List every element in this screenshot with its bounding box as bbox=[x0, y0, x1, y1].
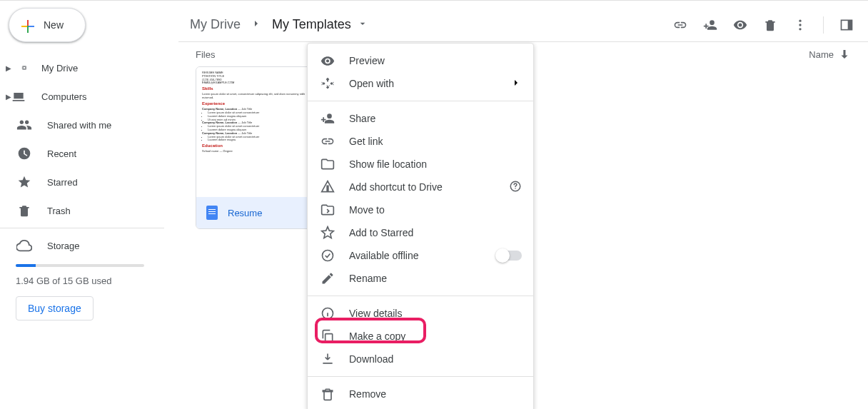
eye-icon bbox=[319, 52, 336, 69]
menu-add-shortcut[interactable]: Add shortcut to Drive bbox=[308, 176, 533, 198]
new-label: New bbox=[44, 19, 64, 31]
breadcrumb-root[interactable]: My Drive bbox=[190, 17, 241, 32]
menu-preview[interactable]: Preview bbox=[308, 49, 533, 72]
get-link-icon[interactable] bbox=[673, 18, 687, 32]
sidebar-item-shared[interactable]: Shared with me bbox=[0, 111, 178, 139]
file-name: Resume bbox=[228, 208, 262, 218]
cloud-icon bbox=[16, 237, 33, 254]
shortcut-icon bbox=[319, 178, 336, 196]
breadcrumb-dropdown[interactable] bbox=[357, 18, 368, 31]
new-button[interactable]: New bbox=[9, 8, 86, 42]
folder-icon bbox=[319, 156, 336, 173]
menu-rename[interactable]: Rename bbox=[308, 267, 533, 290]
details-pane-icon[interactable] bbox=[839, 18, 854, 32]
plus-icon bbox=[19, 18, 34, 32]
menu-add-starred[interactable]: Add to Starred bbox=[308, 221, 533, 244]
svg-point-8 bbox=[323, 251, 333, 261]
menu-remove[interactable]: Remove bbox=[308, 383, 533, 405]
offline-icon bbox=[319, 247, 336, 264]
star-icon bbox=[319, 224, 336, 241]
file-thumbnail: RESUME NAMEPOSITION TITLE(123) 456-7890E… bbox=[196, 67, 315, 197]
preview-icon[interactable] bbox=[733, 18, 747, 32]
offline-toggle[interactable] bbox=[498, 251, 522, 261]
buy-storage-button[interactable]: Buy storage bbox=[16, 296, 94, 320]
svg-rect-6 bbox=[848, 20, 852, 29]
my-drive-icon bbox=[10, 59, 27, 76]
menu-download[interactable]: Download bbox=[308, 348, 533, 370]
trash-icon bbox=[319, 385, 336, 403]
sidebar-item-storage[interactable]: Storage bbox=[0, 231, 178, 260]
svg-point-3 bbox=[799, 24, 801, 26]
storage-text: 1.94 GB of 15 GB used bbox=[16, 276, 178, 286]
shared-icon bbox=[16, 116, 33, 133]
svg-point-2 bbox=[799, 19, 801, 21]
breadcrumb-current[interactable]: My Templates bbox=[272, 17, 351, 32]
sidebar-item-trash[interactable]: Trash bbox=[0, 196, 178, 225]
chevron-right-icon bbox=[510, 77, 522, 91]
star-icon bbox=[16, 173, 33, 191]
link-icon bbox=[319, 133, 336, 150]
move-icon bbox=[319, 201, 336, 218]
sidebar-item-my-drive[interactable]: ▶ My Drive bbox=[0, 54, 178, 82]
file-card-resume[interactable]: RESUME NAMEPOSITION TITLE(123) 456-7890E… bbox=[196, 66, 316, 229]
files-heading: Files bbox=[196, 49, 215, 60]
menu-make-a-copy[interactable]: Make a copy bbox=[308, 325, 533, 348]
download-icon bbox=[319, 350, 336, 368]
delete-icon[interactable] bbox=[763, 18, 777, 32]
computers-icon bbox=[10, 88, 27, 105]
menu-move-to[interactable]: Move to bbox=[308, 198, 533, 221]
more-icon[interactable] bbox=[793, 18, 807, 32]
svg-rect-1 bbox=[23, 67, 25, 69]
rename-icon bbox=[319, 270, 336, 287]
google-doc-icon bbox=[206, 206, 218, 220]
recent-icon bbox=[16, 145, 33, 162]
open-with-icon bbox=[319, 75, 336, 92]
trash-icon bbox=[16, 202, 33, 219]
menu-share[interactable]: Share bbox=[308, 107, 533, 130]
menu-show-location[interactable]: Show file location bbox=[308, 153, 533, 176]
sidebar-item-computers[interactable]: ▶ Computers bbox=[0, 82, 178, 111]
menu-open-with[interactable]: Open with bbox=[308, 72, 533, 95]
menu-get-link[interactable]: Get link bbox=[308, 130, 533, 153]
svg-rect-10 bbox=[326, 334, 333, 343]
copy-icon bbox=[319, 328, 336, 345]
sidebar-item-recent[interactable]: Recent bbox=[0, 139, 178, 168]
menu-view-details[interactable]: View details bbox=[308, 302, 533, 325]
info-icon bbox=[319, 305, 336, 322]
sort-by-name[interactable]: Name bbox=[809, 48, 851, 61]
add-people-icon[interactable] bbox=[703, 18, 717, 32]
help-icon[interactable] bbox=[509, 180, 522, 195]
svg-point-4 bbox=[799, 28, 801, 30]
sidebar-item-starred[interactable]: Starred bbox=[0, 168, 178, 196]
menu-available-offline[interactable]: Available offline bbox=[308, 244, 533, 267]
storage-bar bbox=[16, 264, 144, 267]
person-add-icon bbox=[319, 110, 336, 127]
context-menu: Preview Open with Share Get link Show fi… bbox=[307, 43, 534, 409]
chevron-right-icon bbox=[251, 18, 262, 31]
